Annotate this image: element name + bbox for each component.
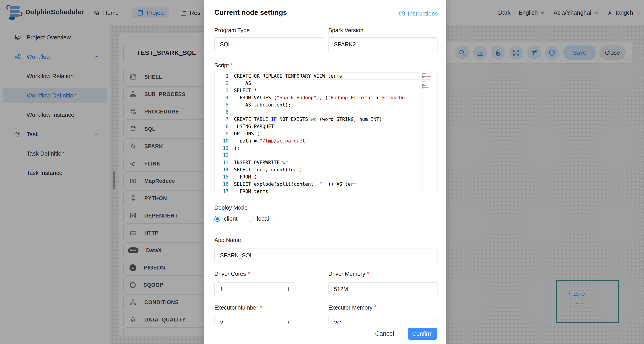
- chevron-down-icon: [314, 42, 320, 47]
- node-settings-modal: Current node settings Instructions Progr…: [204, 0, 446, 344]
- indent-guide: [244, 101, 244, 108]
- confirm-button[interactable]: Confirm: [408, 328, 437, 340]
- minimap-line: [422, 74, 434, 75]
- program-type-select[interactable]: SQL: [214, 37, 324, 51]
- minimap-line: [422, 80, 434, 81]
- deploy-mode-option-local[interactable]: local: [248, 215, 269, 222]
- code-line: CREATE TABLE IF NOT EXISTS wc (word STRI…: [232, 116, 422, 123]
- radio-label: local: [257, 215, 269, 222]
- line-number: 16: [214, 180, 232, 188]
- spark-version-select[interactable]: SPARK2: [328, 37, 438, 51]
- executor-number-label: Executor Number*: [214, 304, 262, 311]
- line-number: 14: [214, 166, 232, 173]
- instructions-link[interactable]: Instructions: [398, 10, 438, 17]
- indent-guide: [238, 137, 238, 144]
- code-line: INSERT OVERWRITE wc: [232, 159, 422, 166]
- minimap-line: [422, 78, 434, 78]
- driver-cores-stepper[interactable]: 1 − +: [214, 282, 296, 296]
- editor-minimap[interactable]: [422, 72, 434, 194]
- driver-cores-label: Driver Cores*: [214, 270, 250, 277]
- code-line: AS tab(content);: [232, 101, 422, 108]
- plus-icon[interactable]: +: [286, 285, 291, 293]
- code-line: FROM terms: [232, 188, 422, 194]
- editor-code[interactable]: CREATE OR REPLACE TEMPORARY VIEW terms A…: [232, 72, 422, 194]
- code-line: [232, 152, 422, 159]
- indent-guide: [238, 188, 238, 194]
- spark-version-label: Spark Version: [328, 27, 364, 34]
- app-name-label: App Name: [214, 237, 241, 243]
- minimap-line: [422, 79, 434, 80]
- indent-guide: [238, 94, 238, 101]
- deploy-mode-label: Deploy Mode: [214, 204, 248, 211]
- driver-memory-input[interactable]: 512M: [328, 282, 438, 296]
- minimap-line: [422, 85, 434, 86]
- editor-line-numbers: 1234567891011121314151617: [214, 72, 232, 194]
- code-line: SELECT explode(split(content, " ")) AS t…: [232, 180, 422, 188]
- dolphinscheduler-app: DolphinScheduler HomeProjectRes Dark Eng…: [0, 0, 644, 344]
- minimap-line: [422, 76, 434, 77]
- line-number: 10: [214, 137, 232, 144]
- line-number: 17: [214, 188, 232, 194]
- code-line: AS: [232, 80, 422, 87]
- code-line: OPTIONS (: [232, 130, 422, 137]
- code-line: FROM (: [232, 173, 422, 180]
- minus-icon[interactable]: −: [278, 285, 282, 293]
- code-line: );: [232, 144, 422, 152]
- line-number: 7: [214, 116, 232, 123]
- editor-scrollbar[interactable]: [434, 72, 438, 194]
- indent-guide: [244, 80, 244, 87]
- program-type-label: Program Type: [214, 27, 250, 34]
- code-line: SELECT *: [232, 87, 422, 94]
- driver-memory-label: Driver Memory*: [328, 270, 369, 277]
- line-number: 3: [214, 87, 232, 94]
- minimap-line: [422, 80, 434, 80]
- line-number: 5: [214, 101, 232, 108]
- minimap-line: [422, 75, 434, 76]
- code-line: FROM VALUES ("Spark Hadoop"), ("Hadoop F…: [232, 94, 422, 101]
- code-line: [232, 108, 422, 116]
- code-line: SELECT term, count(term): [232, 166, 422, 173]
- minimap-line: [422, 74, 434, 74]
- modal-footer: Cancel Confirm: [204, 324, 446, 344]
- script-code-editor[interactable]: 1234567891011121314151617 CREATE OR REPL…: [214, 71, 438, 194]
- radio-selected-icon[interactable]: [214, 216, 220, 222]
- minimap-line: [422, 82, 434, 82]
- deploy-mode-option-client[interactable]: client: [214, 215, 238, 222]
- minimap-line: [422, 77, 434, 78]
- question-circle-icon: [398, 10, 406, 17]
- app-name-input[interactable]: SPARK_SQL: [214, 248, 438, 262]
- code-line: USING PARQUET: [232, 123, 422, 130]
- line-number: 11: [214, 144, 232, 152]
- executor-memory-label: Executor Memory*: [328, 304, 376, 311]
- line-number: 15: [214, 173, 232, 180]
- line-number: 1: [214, 72, 232, 80]
- indent-guide: [235, 123, 235, 130]
- code-line: CREATE OR REPLACE TEMPORARY VIEW terms: [232, 72, 422, 80]
- line-number: 12: [214, 152, 232, 159]
- minimap-line: [422, 82, 434, 83]
- line-number: 2: [214, 80, 232, 87]
- minimap-line: [422, 86, 434, 87]
- minimap-line: [422, 83, 434, 84]
- radio-label: client: [224, 215, 238, 222]
- indent-guide: [238, 173, 238, 180]
- line-number: 13: [214, 159, 232, 166]
- minimap-line: [422, 84, 434, 85]
- chevron-down-icon: [428, 42, 434, 47]
- line-number: 4: [214, 94, 232, 101]
- script-label: Script*: [214, 62, 233, 69]
- modal-title: Current node settings: [214, 8, 287, 17]
- code-line: path = "/tmp/wc.parquet": [232, 137, 422, 144]
- line-number: 8: [214, 123, 232, 130]
- minimap-line: [422, 88, 434, 88]
- line-number: 9: [214, 130, 232, 137]
- minimap-line: [422, 87, 434, 88]
- line-number: 6: [214, 108, 232, 116]
- cancel-button[interactable]: Cancel: [375, 330, 394, 337]
- radio-unselected-icon[interactable]: [248, 216, 254, 222]
